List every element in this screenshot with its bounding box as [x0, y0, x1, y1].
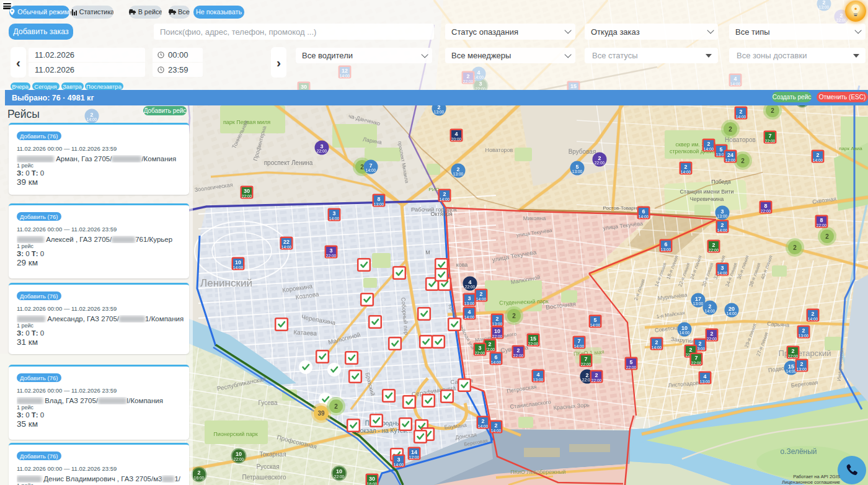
svg-text:22:00: 22:00 [242, 194, 252, 198]
svg-text:2: 2 [360, 164, 364, 171]
svg-text:2: 2 [741, 158, 745, 164]
svg-text:2: 2 [707, 141, 710, 147]
svg-text:22:00: 22:00 [817, 223, 827, 228]
svg-text:14:00: 14:00 [681, 170, 691, 174]
svg-text:10: 10 [236, 451, 242, 457]
svg-text:4: 4 [467, 309, 471, 315]
svg-text:ПКиО Левобережный: ПКиО Левобережный [510, 469, 565, 475]
svg-text:22:00: 22:00 [595, 161, 605, 165]
svg-text:7: 7 [369, 162, 372, 169]
svg-text:22:00: 22:00 [475, 351, 485, 355]
svg-text:14:00: 14:00 [366, 168, 376, 172]
svg-text:10: 10 [235, 259, 241, 265]
svg-text:8: 8 [764, 203, 767, 209]
svg-text:5: 5 [629, 359, 632, 365]
svg-text:14:00: 14:00 [808, 317, 818, 321]
svg-text:14:00: 14:00 [281, 245, 292, 249]
svg-text:2: 2 [710, 331, 713, 337]
svg-text:2: 2 [689, 347, 692, 353]
svg-text:РИО: РИО [428, 187, 439, 192]
svg-text:Черевичкина: Черевичкина [690, 196, 724, 202]
svg-text:20:00: 20:00 [451, 137, 462, 141]
svg-text:Катаева: Катаева [293, 329, 317, 337]
svg-text:кова: кова [456, 262, 468, 268]
svg-text:2: 2 [698, 340, 701, 347]
svg-text:2: 2 [595, 372, 598, 378]
svg-text:12:00: 12:00 [409, 455, 420, 460]
svg-text:о.Зелёный: о.Зелёный [780, 447, 817, 456]
svg-text:2: 2 [739, 109, 742, 115]
svg-text:13:00: 13:00 [434, 110, 445, 114]
svg-text:14:00: 14:00 [717, 228, 728, 233]
svg-text:14:00: 14:00 [574, 344, 585, 349]
svg-text:17: 17 [695, 296, 701, 302]
svg-text:14:00: 14:00 [652, 345, 662, 350]
svg-text:Пролетарский: Пролетарский [779, 349, 831, 358]
svg-text:14:00: 14:00 [704, 147, 714, 151]
svg-text:22:00: 22:00 [234, 457, 244, 461]
svg-text:2: 2 [488, 341, 491, 347]
svg-text:3: 3 [397, 456, 400, 463]
svg-text:15: 15 [530, 336, 536, 342]
svg-text:13:00: 13:00 [700, 380, 711, 384]
svg-text:14:00: 14:00 [464, 315, 475, 319]
svg-text:2: 2 [655, 339, 658, 345]
svg-text:14:00: 14:00 [476, 297, 487, 301]
svg-text:14:00: 14:00 [440, 197, 450, 202]
svg-text:3: 3 [329, 247, 332, 254]
svg-text:Токарная: Токарная [259, 451, 286, 458]
svg-text:2: 2 [728, 126, 732, 133]
svg-text:2: 2 [197, 469, 200, 476]
svg-text:14:00: 14:00 [329, 216, 340, 221]
svg-text:22:00: 22:00 [317, 149, 327, 153]
svg-text:10: 10 [494, 328, 500, 334]
svg-text:2: 2 [684, 164, 687, 170]
svg-text:10: 10 [681, 325, 688, 331]
svg-text:2: 2 [494, 422, 497, 429]
svg-text:22:00: 22:00 [334, 474, 345, 479]
svg-text:22:00: 22:00 [591, 378, 602, 383]
svg-text:22:00: 22:00 [528, 342, 539, 346]
svg-text:20: 20 [728, 306, 735, 312]
svg-text:6: 6 [494, 354, 497, 360]
svg-text:2: 2 [443, 191, 446, 197]
svg-text:3: 3 [720, 265, 724, 271]
svg-text:22:00: 22:00 [788, 354, 799, 358]
svg-text:Станция имени Вити: Станция имени Вити [680, 189, 734, 195]
svg-text:2: 2 [708, 303, 711, 309]
svg-text:39: 39 [317, 410, 325, 417]
svg-text:2: 2 [334, 403, 338, 410]
svg-text:6: 6 [642, 208, 645, 215]
svg-text:парк Авиа: парк Авиа [839, 146, 862, 151]
svg-text:3: 3 [720, 208, 724, 215]
svg-text:14:00: 14:00 [639, 215, 649, 219]
svg-text:2: 2 [825, 233, 829, 240]
svg-text:22: 22 [283, 239, 290, 245]
svg-text:13:00: 13:00 [533, 378, 544, 382]
svg-text:22:00: 22:00 [513, 354, 524, 358]
svg-text:14:00: 14:00 [491, 429, 502, 433]
svg-text:5: 5 [593, 317, 596, 323]
svg-text:13:00: 13:00 [374, 202, 384, 207]
svg-text:2: 2 [811, 311, 814, 317]
svg-text:13:00: 13:00 [453, 172, 464, 176]
svg-text:30: 30 [369, 476, 375, 482]
svg-text:12:00: 12:00 [725, 158, 736, 162]
svg-text:7: 7 [577, 338, 580, 344]
svg-text:2: 2 [512, 313, 516, 319]
svg-text:14:00: 14:00 [736, 115, 746, 119]
svg-text:3: 3 [332, 210, 335, 216]
svg-text:2: 2 [456, 166, 459, 172]
svg-text:22:00: 22:00 [465, 285, 476, 289]
svg-text:Победа: Победа [711, 179, 731, 185]
svg-text:2: 2 [598, 155, 601, 161]
svg-text:4: 4 [454, 131, 458, 137]
svg-text:Новаторов: Новаторов [485, 147, 513, 153]
svg-text:7: 7 [768, 133, 771, 139]
svg-text:8: 8 [820, 217, 823, 223]
svg-text:Петрашевского: Петрашевского [242, 474, 286, 481]
svg-text:15: 15 [788, 363, 794, 370]
svg-text:2: 2 [516, 347, 520, 354]
svg-text:22:00: 22:00 [492, 334, 503, 339]
svg-text:14:00: 14:00 [813, 158, 823, 162]
